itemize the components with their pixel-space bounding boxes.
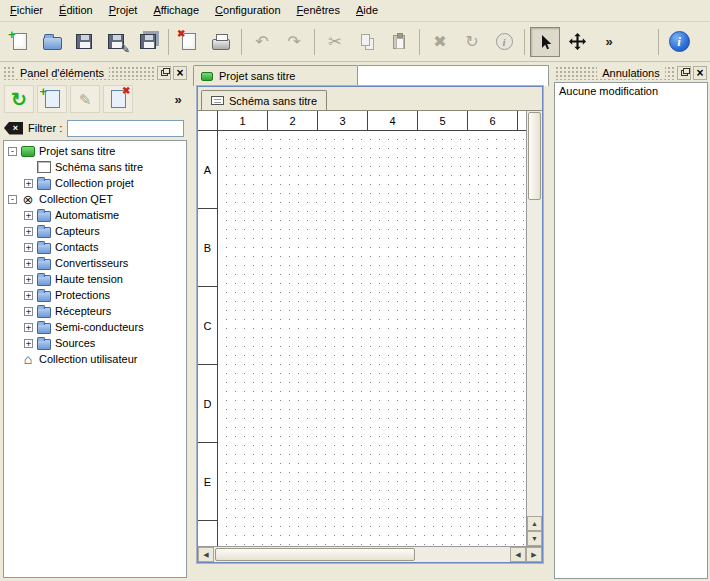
redo-button[interactable]: ↷ (279, 27, 309, 57)
expander[interactable]: + (24, 243, 33, 252)
tree-item-contacts[interactable]: + Contacts (4, 239, 186, 255)
menu-aide[interactable]: Aide (348, 1, 386, 20)
delete-button[interactable]: ✖ (425, 27, 455, 57)
tree-item-automatisme[interactable]: + Automatisme (4, 207, 186, 223)
clear-filter-icon[interactable]: × (4, 122, 23, 135)
rotate-button[interactable]: ↻ (457, 27, 487, 57)
menu-fenetres[interactable]: Fenêtres (289, 1, 348, 20)
reload-collections-button[interactable]: ↻ (4, 85, 34, 113)
save-all-button[interactable] (133, 27, 163, 57)
tree-item-scheme[interactable]: Schéma sans titre (4, 159, 186, 175)
close-dock-button[interactable]: × (693, 66, 707, 80)
row-label: C (198, 287, 217, 365)
scroll-down-button[interactable]: ▼ (527, 531, 542, 546)
row-label: E (198, 443, 217, 521)
column-header: 1 2 3 4 5 6 (218, 111, 526, 131)
tree-item-convertisseurs[interactable]: + Convertisseurs (4, 255, 186, 271)
column-label: 1 (218, 111, 268, 130)
close-document-button[interactable]: ✖ (174, 27, 204, 57)
tab-projet-sans-titre[interactable]: Projet sans titre (193, 65, 358, 86)
tree-item-recepteurs[interactable]: + Récepteurs (4, 303, 186, 319)
expander[interactable]: + (24, 179, 33, 188)
menu-projet[interactable]: Projet (101, 1, 146, 20)
tree-item-protections[interactable]: + Protections (4, 287, 186, 303)
expander[interactable]: + (24, 275, 33, 284)
scissors-icon: ✂ (328, 34, 341, 50)
row-label: B (198, 209, 217, 287)
expander[interactable]: - (8, 195, 17, 204)
edit-element-button[interactable]: ✎ (70, 85, 100, 113)
expander[interactable]: + (24, 259, 33, 268)
redo-icon: ↷ (287, 34, 300, 50)
project-icon (21, 145, 35, 158)
scroll-right-button[interactable]: ▶ (526, 547, 542, 562)
horizontal-scroll-thumb[interactable] (215, 548, 415, 561)
column-label: 4 (368, 111, 418, 130)
undo-button[interactable]: ↶ (247, 27, 277, 57)
menu-affichage[interactable]: Affichage (145, 1, 207, 20)
project-window: Schéma sans titre 1 2 3 4 5 6 (197, 86, 543, 563)
undo-history-list[interactable]: Aucune modification (554, 82, 708, 579)
expander[interactable]: - (8, 147, 17, 156)
expander[interactable]: + (24, 307, 33, 316)
new-document-button[interactable]: + (5, 27, 35, 57)
filter-input[interactable] (67, 120, 184, 137)
tree-item-semi-conducteurs[interactable]: + Semi-conducteurs (4, 319, 186, 335)
undo-icon: ↶ (255, 34, 268, 50)
menu-edition[interactable]: Édition (51, 1, 101, 20)
tree-item-haute-tension[interactable]: + Haute tension (4, 271, 186, 287)
save-button[interactable] (69, 27, 99, 57)
vertical-scroll-track[interactable] (527, 201, 542, 516)
float-dock-button[interactable] (677, 66, 691, 80)
horizontal-scroll-track[interactable] (416, 547, 510, 562)
menu-bar: Fichier Édition Projet Affichage Configu… (0, 0, 710, 22)
vertical-scroll-thumb[interactable] (528, 112, 541, 200)
more-tools-button[interactable]: » (594, 27, 624, 57)
scroll-left-button[interactable]: ◀ (198, 547, 214, 562)
diagram-canvas[interactable] (218, 131, 526, 546)
select-tool-button[interactable] (530, 27, 560, 57)
move-tool-button[interactable] (562, 27, 592, 57)
expander[interactable]: + (24, 227, 33, 236)
tree-item-sources[interactable]: + Sources (4, 335, 186, 351)
float-dock-button[interactable] (157, 66, 171, 80)
about-information-button[interactable]: i (664, 27, 694, 57)
tree-item-collection-projet[interactable]: + Collection projet (4, 175, 186, 191)
float-icon (161, 70, 168, 76)
tree-item-capteurs[interactable]: + Capteurs (4, 223, 186, 239)
scroll-up-button[interactable]: ▲ (527, 516, 542, 531)
save-all-icon (140, 34, 156, 49)
new-element-button[interactable]: + (37, 85, 67, 113)
close-dock-button[interactable]: × (173, 66, 187, 80)
open-project-button[interactable] (37, 27, 67, 57)
copy-button[interactable] (352, 27, 382, 57)
filter-row: × Filtrer : (0, 116, 190, 140)
tree-item-project[interactable]: - Projet sans titre (4, 143, 186, 159)
menu-fichier[interactable]: Fichier (2, 1, 51, 20)
folder-icon (37, 241, 51, 254)
tree-item-collection-qet[interactable]: - Collection QET (4, 191, 186, 207)
tab-schema-sans-titre[interactable]: Schéma sans titre (201, 90, 327, 110)
element-information-button[interactable]: i (489, 27, 519, 57)
print-button[interactable] (206, 27, 236, 57)
elements-more-button[interactable]: » (170, 85, 186, 113)
row-header: A B C D E (198, 131, 218, 546)
project-tab-label: Projet sans titre (219, 70, 295, 82)
expander[interactable]: + (24, 323, 33, 332)
save-as-button[interactable]: ✎ (101, 27, 131, 57)
toolbar-separator (524, 29, 525, 55)
toolbar-separator (658, 29, 659, 55)
expander[interactable]: + (24, 339, 33, 348)
cut-button[interactable]: ✂ (320, 27, 350, 57)
menu-configuration[interactable]: Configuration (207, 1, 288, 20)
elements-panel-titlebar[interactable]: Panel d'éléments × (3, 65, 187, 80)
expander[interactable]: + (24, 211, 33, 220)
undo-history-titlebar[interactable]: Annulations × (555, 65, 707, 80)
folder-icon (37, 321, 51, 334)
chevron-double-icon: » (605, 35, 612, 48)
paste-button[interactable] (384, 27, 414, 57)
delete-element-button[interactable]: ✖ (103, 85, 133, 113)
scroll-left-button-2[interactable]: ◀ (510, 547, 526, 562)
expander[interactable]: + (24, 291, 33, 300)
tree-item-collection-utilisateur[interactable]: Collection utilisateur (4, 351, 186, 367)
